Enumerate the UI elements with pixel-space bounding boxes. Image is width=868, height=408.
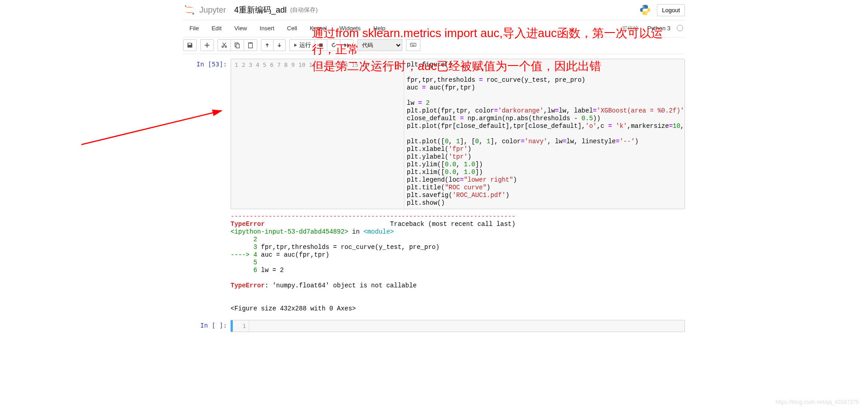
run-button[interactable]: 运行: [289, 39, 315, 51]
kernel-idle-icon[interactable]: [677, 25, 683, 31]
notebook-header: Jupyter 4重新编码_adl (自动保存) Logout: [183, 0, 685, 20]
svg-rect-9: [249, 42, 251, 44]
fast-forward-icon: [344, 42, 350, 48]
svg-point-1: [192, 13, 194, 14]
plus-icon: [204, 42, 210, 48]
input-prompt: In [ ]:: [183, 320, 231, 332]
jupyter-icon: [183, 4, 196, 16]
menu-widgets[interactable]: Widgets: [333, 22, 367, 35]
toolbar: 运行 代码: [183, 38, 685, 54]
celltype-select[interactable]: 代码: [357, 39, 402, 51]
svg-rect-7: [236, 44, 239, 48]
save-icon: [187, 42, 193, 48]
logout-button[interactable]: Logout: [657, 4, 685, 16]
save-button[interactable]: [183, 39, 197, 51]
paste-button[interactable]: [244, 39, 257, 51]
svg-rect-11: [410, 43, 416, 47]
code-editor[interactable]: [249, 320, 684, 332]
menu-help[interactable]: Help: [367, 22, 392, 35]
autosave-status: (自动保存): [290, 6, 318, 14]
empty-code-cell[interactable]: In [ ]: 1: [183, 320, 685, 332]
restart-run-button[interactable]: [340, 39, 354, 51]
stop-icon: [318, 42, 324, 48]
jupyter-text: Jupyter: [199, 5, 226, 15]
svg-rect-12: [411, 44, 412, 44]
python-icon: [639, 4, 651, 16]
cell-output: ----------------------------------------…: [231, 210, 685, 315]
menu-insert[interactable]: Insert: [253, 22, 281, 35]
kernel-name[interactable]: Python 3: [643, 22, 675, 35]
arrow-up-icon: [264, 42, 270, 48]
menu-kernel[interactable]: Kernel: [303, 22, 333, 35]
restart-icon: [330, 42, 337, 48]
paste-icon: [247, 42, 254, 48]
svg-rect-10: [319, 43, 323, 47]
jupyter-logo[interactable]: Jupyter: [183, 4, 226, 16]
svg-point-0: [185, 5, 187, 7]
menu-view[interactable]: View: [228, 22, 253, 35]
menu-file[interactable]: File: [183, 22, 205, 35]
copy-icon: [234, 42, 241, 48]
input-area[interactable]: 1: [231, 320, 685, 332]
move-up-button[interactable]: [261, 39, 274, 51]
svg-point-3: [646, 13, 647, 14]
command-palette-button[interactable]: [406, 39, 420, 51]
line-gutter: 1 2 3 4 5 6 7 8 9 10 11 12 13 14 15 16 1…: [231, 59, 404, 209]
menu-edit[interactable]: Edit: [205, 22, 228, 35]
input-area[interactable]: 1 2 3 4 5 6 7 8 9 10 11 12 13 14 15 16 1…: [231, 59, 685, 209]
restart-button[interactable]: [327, 39, 340, 51]
copy-button[interactable]: [231, 39, 244, 51]
cut-icon: [221, 42, 227, 48]
cut-button[interactable]: [217, 39, 231, 51]
notebook-area: In [53]: 1 2 3 4 5 6 7 8 9 10 11 12 13 1…: [183, 54, 685, 337]
input-prompt: In [53]:: [183, 59, 231, 209]
code-cell[interactable]: In [53]: 1 2 3 4 5 6 7 8 9 10 11 12 13 1…: [183, 59, 685, 209]
run-icon: [293, 43, 298, 47]
code-editor[interactable]: plt.figure() fpr,tpr,thresholds = roc_cu…: [404, 59, 684, 209]
trusted-indicator[interactable]: 可信的: [618, 22, 643, 35]
svg-point-2: [643, 6, 644, 7]
svg-rect-14: [414, 44, 414, 44]
add-cell-button[interactable]: [200, 39, 214, 51]
keyboard-icon: [410, 42, 416, 48]
interrupt-button[interactable]: [315, 39, 327, 51]
move-down-button[interactable]: [273, 39, 286, 51]
arrow-down-icon: [277, 42, 282, 48]
line-gutter: 1: [233, 320, 249, 332]
notebook-name[interactable]: 4重新编码_adl: [234, 5, 287, 15]
svg-rect-13: [412, 44, 413, 44]
menubar: File Edit View Insert Cell Kernel Widget…: [183, 20, 685, 38]
menu-cell[interactable]: Cell: [281, 22, 303, 35]
svg-rect-15: [412, 45, 414, 46]
